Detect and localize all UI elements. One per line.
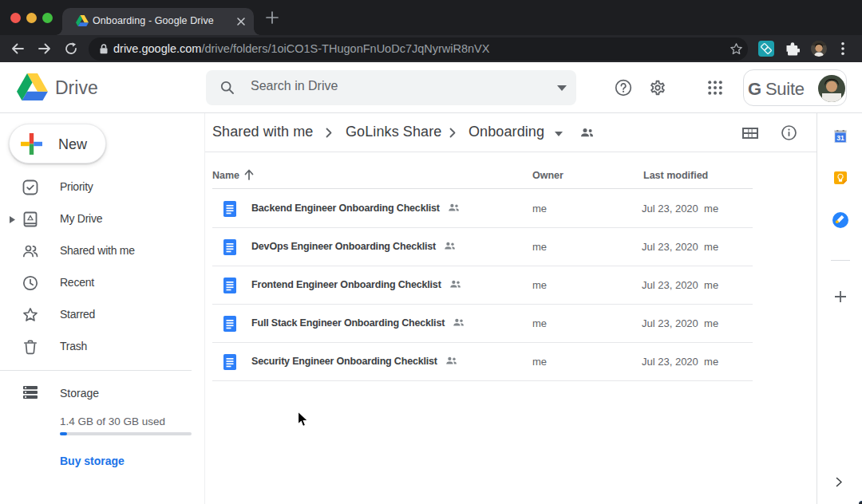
svg-text:31: 31	[836, 134, 844, 142]
